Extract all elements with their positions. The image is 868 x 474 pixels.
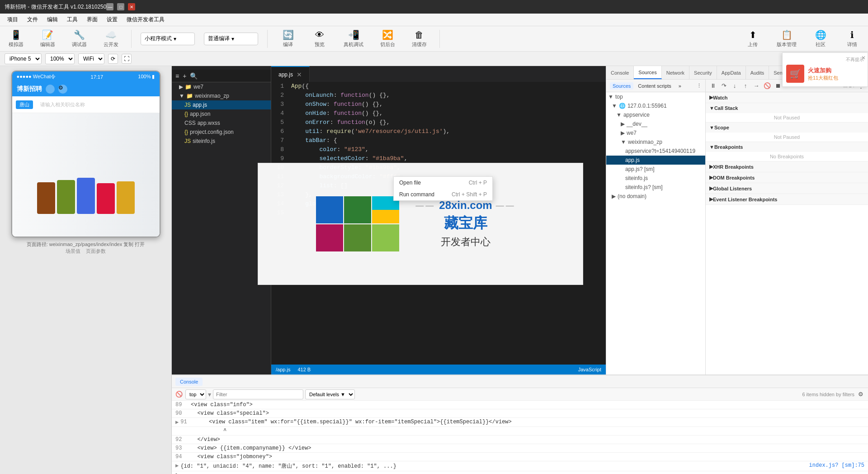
- sources-tree-nodomain[interactable]: ▶ (no domain): [606, 192, 705, 201]
- pause-btn[interactable]: ⏸: [708, 81, 717, 90]
- sources-menu-btn[interactable]: ⋮: [697, 83, 702, 89]
- ctx-run-command[interactable]: Run command Ctrl + Shift + P: [394, 189, 492, 200]
- new-file-btn[interactable]: +: [183, 72, 186, 80]
- mode-select[interactable]: 小程序模式 ▾: [141, 33, 195, 45]
- sources-tree-siteinfo-sm[interactable]: siteinfo.js? [sm]: [606, 183, 705, 192]
- tree-projectconfig[interactable]: {} project.config.json: [172, 128, 271, 137]
- console-filter-input[interactable]: [213, 389, 303, 399]
- expand-arrow-91[interactable]: ▶: [175, 419, 179, 426]
- fullscreen-button[interactable]: ⛶: [122, 54, 132, 64]
- console-context-select[interactable]: top: [185, 389, 206, 399]
- step-over-btn[interactable]: ↷: [719, 81, 728, 90]
- tool-editor[interactable]: 📝 编辑器: [36, 28, 59, 50]
- ad-close-btn[interactable]: ✕: [861, 55, 866, 61]
- tree-appjs[interactable]: JS app.js: [172, 100, 271, 109]
- sources-tree-siteinfo[interactable]: siteinfo.js: [606, 174, 705, 183]
- tool-preview[interactable]: 👁 预览: [308, 28, 331, 50]
- tool-translate[interactable]: 🔄 编译: [277, 28, 299, 50]
- deactivate-btn[interactable]: 🚫: [763, 81, 772, 90]
- tab-audits[interactable]: Audits: [746, 66, 769, 79]
- ad-not-show[interactable]: 不再提示: [786, 57, 864, 63]
- tool-clear[interactable]: 🗑 清缓存: [408, 28, 430, 50]
- maximize-button[interactable]: □: [117, 3, 124, 10]
- event-breakpoints-header[interactable]: ▶ Event Listener Breakpoints: [706, 194, 868, 204]
- global-listeners-header[interactable]: ▶ Global Listeners: [706, 183, 868, 194]
- tool-simulator[interactable]: 📱 模拟器: [5, 28, 27, 50]
- device-select[interactable]: iPhone 5 iPhone 6: [5, 53, 42, 64]
- sources-tree-we7[interactable]: ▶ we7: [606, 128, 705, 137]
- tab-network[interactable]: Network: [662, 66, 689, 79]
- search-tree-btn[interactable]: 🔍: [190, 72, 198, 80]
- tab-appdata[interactable]: AppData: [717, 66, 746, 79]
- tree-weixinmao[interactable]: ▼ 📁 weixinmao_zp: [172, 91, 271, 100]
- tab-security[interactable]: Security: [689, 66, 717, 79]
- tool-realtest[interactable]: 📲 真机调试: [340, 28, 367, 50]
- step-out-btn[interactable]: ↑: [741, 81, 750, 90]
- menu-project[interactable]: 项目: [4, 14, 22, 25]
- toggle-btn[interactable]: [46, 85, 55, 94]
- menu-interface[interactable]: 界面: [83, 14, 101, 25]
- detail-icon: ℹ: [850, 29, 854, 40]
- tree-appwxss[interactable]: CSS app.wxss: [172, 118, 271, 128]
- content-scripts-label[interactable]: Content scripts: [635, 82, 674, 90]
- sources-tree-server[interactable]: ▼ 🌐 127.0.0.1:55961: [606, 101, 705, 110]
- phone-search-input[interactable]: 请输入相关职位名称: [36, 98, 156, 111]
- sources-tree-top[interactable]: ▼ top: [606, 92, 705, 101]
- network-select[interactable]: WiFi 4G: [78, 53, 104, 64]
- xhr-breakpoints-header[interactable]: ▶ XHR Breakpoints: [706, 161, 868, 172]
- ctx-open-file[interactable]: Open file Ctrl + P: [394, 177, 492, 189]
- scene-value[interactable]: 场景值: [66, 248, 80, 255]
- more-label[interactable]: »: [676, 82, 684, 90]
- footer-ref[interactable]: index.js? [sm]:75: [809, 462, 864, 469]
- location-btn[interactable]: 唐山: [16, 100, 33, 109]
- tool-detail[interactable]: ℹ 详情: [841, 28, 863, 50]
- tree-appjson[interactable]: {} app.json: [172, 109, 271, 118]
- console-input[interactable]: [180, 472, 864, 474]
- sources-tree-weixinmao[interactable]: ▼ weixinmao_zp: [606, 137, 705, 147]
- tab-console[interactable]: Console: [606, 66, 634, 79]
- sources-tree-dev[interactable]: ▶ __dev__: [606, 119, 705, 128]
- menu-tools[interactable]: 工具: [63, 14, 81, 25]
- sources-tree-appjs-sm[interactable]: app.js? [sm]: [606, 165, 705, 174]
- sources-tree-appjs[interactable]: app.js: [606, 156, 705, 165]
- tool-version[interactable]: 📋 版本管理: [773, 28, 800, 50]
- tool-upload[interactable]: ⬆ 上传: [741, 28, 764, 50]
- zoom-select[interactable]: 100% 75%: [45, 53, 75, 64]
- tab-close-btn[interactable]: ✕: [297, 71, 302, 78]
- scope-header[interactable]: ▼ Scope: [706, 123, 868, 133]
- step-into-btn[interactable]: ↓: [730, 81, 739, 90]
- menu-edit[interactable]: 编辑: [43, 14, 61, 25]
- sources-label[interactable]: Sources: [610, 82, 633, 90]
- tab-appjs[interactable]: app.js ✕: [271, 66, 310, 82]
- log-level-select[interactable]: Default levels ▼: [305, 389, 355, 399]
- dom-breakpoints-header[interactable]: ▶ DOM Breakpoints: [706, 172, 868, 183]
- tree-siteinfo[interactable]: JS siteinfo.js: [172, 137, 271, 146]
- menu-devtools[interactable]: 微信开发者工具: [123, 14, 168, 25]
- menu-settings[interactable]: 设置: [103, 14, 121, 25]
- watch-header[interactable]: ▶ Watch: [706, 92, 868, 103]
- expand-btn[interactable]: ≡: [175, 72, 179, 80]
- minimize-button[interactable]: —: [106, 3, 113, 10]
- step-btn[interactable]: →: [752, 81, 761, 90]
- pause-exceptions-btn[interactable]: ⏹: [774, 81, 783, 90]
- tab-sources[interactable]: Sources: [634, 66, 661, 79]
- console-clear-btn[interactable]: 🚫: [175, 390, 184, 399]
- close-button[interactable]: ✕: [128, 3, 135, 10]
- tool-social[interactable]: 🌐 社区: [809, 28, 832, 50]
- tool-debugger[interactable]: 🔧 调试器: [68, 28, 90, 50]
- compile-select[interactable]: 普通编译 ▾: [204, 33, 258, 45]
- sources-tree-appservice-t[interactable]: appservice?t=154149400119: [606, 147, 705, 156]
- settings-toggle[interactable]: ⚙: [58, 85, 67, 94]
- tool-cloud[interactable]: ☁️ 云开发: [99, 28, 122, 50]
- menu-file[interactable]: 文件: [24, 14, 42, 25]
- console-tab[interactable]: Console: [175, 378, 203, 386]
- callstack-header[interactable]: ▼ Call Stack: [706, 103, 868, 113]
- page-params[interactable]: 页面参数: [86, 248, 106, 255]
- tool-switch[interactable]: 🔀 切后台: [376, 28, 399, 50]
- console-settings-btn[interactable]: ⚙: [856, 390, 865, 399]
- rotate-button[interactable]: ⟳: [108, 54, 118, 64]
- breakpoints-header[interactable]: ▼ Breakpoints: [706, 142, 868, 152]
- sources-tree-appservice[interactable]: ▼ appservice: [606, 110, 705, 119]
- footer-expand[interactable]: ▶: [175, 462, 179, 469]
- tree-we7[interactable]: ▶ 📁 we7: [172, 82, 271, 91]
